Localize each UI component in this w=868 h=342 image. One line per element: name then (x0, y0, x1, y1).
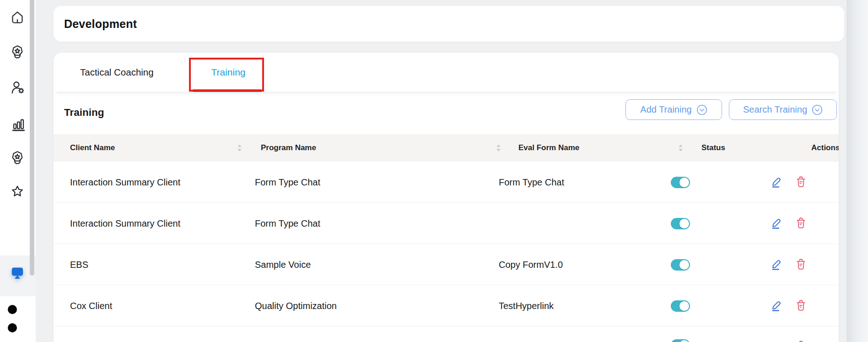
sidebar-item-home[interactable] (9, 9, 26, 26)
table-header: Client Name Program Name Eval Form Name … (54, 134, 839, 162)
add-training-label: Add Training (640, 104, 691, 115)
page-right-shadow (846, 0, 868, 342)
delete-trash-icon[interactable] (795, 299, 807, 312)
delete-trash-icon[interactable] (795, 340, 807, 342)
sidebar-item-development-active[interactable] (9, 264, 26, 282)
column-header-client-name[interactable]: Client Name (70, 134, 115, 162)
client-name-cell: Interaction Summary Client (70, 162, 180, 203)
edit-pencil-icon[interactable] (770, 217, 782, 229)
sort-icon[interactable] (496, 144, 501, 152)
search-training-label: Search Training (743, 104, 807, 115)
quality-badge-icon (10, 150, 25, 165)
quality-badge-icon (10, 44, 25, 60)
program-name-cell: Quality Optimization (255, 285, 337, 326)
program-name-cell: Sample Voice (255, 244, 311, 285)
table-row-partial (54, 326, 839, 342)
sidebar-item-quality[interactable] (9, 43, 26, 60)
content-card: Tactical Coaching Training Training Add … (54, 53, 839, 342)
tab-bar: Tactical Coaching Training (54, 53, 839, 92)
monitor-icon (10, 265, 25, 281)
toggle-knob (679, 178, 689, 187)
client-name-cell: Interaction Summary Client (70, 203, 180, 244)
status-toggle[interactable] (671, 259, 690, 271)
annotation-box (189, 58, 264, 92)
toggle-knob (679, 301, 689, 311)
toggle-knob (679, 340, 689, 342)
sidebar-item-user-settings[interactable] (9, 79, 26, 96)
table-row: Cox Client Quality Optimization TestHype… (54, 285, 839, 326)
delete-trash-icon[interactable] (795, 176, 807, 188)
table-row: Interaction Summary Client Form Type Cha… (54, 203, 839, 244)
star-icon (10, 184, 25, 200)
chevron-down-circle-icon (696, 104, 707, 115)
section-heading: Training (64, 107, 104, 119)
app-root: Development Tactical Coaching Training T… (0, 0, 868, 342)
column-header-actions: Actions (811, 134, 839, 162)
footer-dot-2 (8, 323, 17, 332)
toggle-knob (679, 260, 689, 270)
search-training-button[interactable]: Search Training (729, 99, 837, 120)
tab-tactical-coaching[interactable]: Tactical Coaching (80, 53, 154, 92)
page-title: Development (64, 17, 137, 31)
user-settings-icon (10, 80, 25, 95)
analytics-bars-icon (10, 116, 25, 131)
column-header-eval-form-name[interactable]: Eval Form Name (518, 134, 579, 162)
chevron-down-circle-icon (812, 104, 823, 115)
home-icon (10, 10, 25, 25)
sidebar-item-analytics[interactable] (9, 115, 26, 132)
sidebar-item-favorites[interactable] (9, 183, 26, 201)
sidebar-item-quality-2[interactable] (9, 149, 26, 166)
table-row: EBS Sample Voice Copy FormV1.0 (54, 244, 839, 285)
program-name-cell: Form Type Chat (255, 203, 320, 244)
page-header-card: Development (54, 6, 844, 42)
edit-pencil-icon[interactable] (770, 258, 782, 271)
add-training-button[interactable]: Add Training (625, 99, 722, 120)
table-row: Interaction Summary Client Form Type Cha… (54, 162, 839, 203)
status-toggle[interactable] (671, 177, 690, 188)
column-header-status[interactable]: Status (701, 134, 725, 162)
eval-form-name-cell: Copy FormV1.0 (499, 244, 563, 285)
column-header-program-name[interactable]: Program Name (261, 134, 316, 162)
edit-pencil-icon[interactable] (770, 176, 782, 188)
table-body: Interaction Summary Client Form Type Cha… (54, 162, 839, 342)
status-toggle[interactable] (671, 339, 690, 342)
toggle-knob (679, 219, 689, 228)
status-toggle[interactable] (671, 218, 690, 229)
client-name-cell: Cox Client (70, 285, 112, 326)
delete-trash-icon[interactable] (795, 258, 807, 271)
sidebar (0, 0, 36, 342)
delete-trash-icon[interactable] (795, 217, 807, 229)
footer-dot-1 (8, 305, 17, 314)
eval-form-name-cell: Form Type Chat (499, 162, 564, 203)
status-toggle[interactable] (671, 300, 690, 312)
client-name-cell: EBS (70, 244, 88, 285)
edit-pencil-icon[interactable] (770, 299, 782, 312)
edit-pencil-icon[interactable] (770, 340, 782, 342)
program-name-cell: Form Type Chat (255, 162, 320, 203)
sort-icon[interactable] (237, 144, 242, 152)
eval-form-name-cell: TestHyperlink (499, 285, 554, 326)
sidebar-scrollbar-thumb[interactable] (30, 0, 34, 276)
sort-icon[interactable] (678, 144, 683, 152)
